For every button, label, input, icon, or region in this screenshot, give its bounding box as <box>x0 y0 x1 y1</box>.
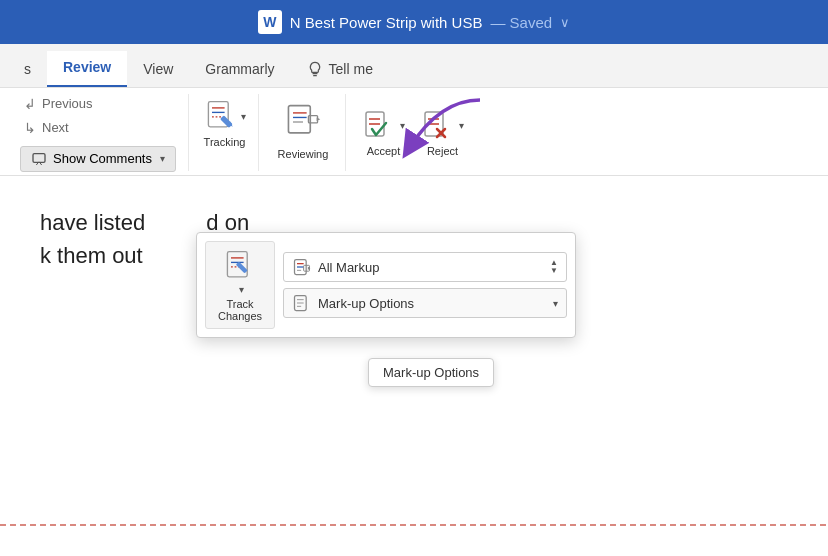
reviewing-group: Reviewing <box>261 94 346 171</box>
track-changes-label: Track Changes <box>218 298 262 322</box>
next-button[interactable]: ↳ Next <box>20 118 176 138</box>
show-comments-dropdown-arrow[interactable]: ▾ <box>160 153 165 164</box>
save-status: — Saved <box>490 14 552 31</box>
tab-tell-me[interactable]: Tell me <box>291 53 389 87</box>
reject-button[interactable]: ▾ Reject <box>415 105 470 161</box>
next-icon: ↳ <box>24 120 36 136</box>
reject-icon <box>421 109 455 143</box>
tab-review[interactable]: Review <box>47 51 127 87</box>
tab-s[interactable]: s <box>8 53 47 87</box>
previous-button[interactable]: ↲ Previous <box>20 94 176 114</box>
lightbulb-icon <box>307 61 323 77</box>
markup-options-select[interactable]: Mark-up Options ▾ <box>283 288 567 318</box>
ribbon-toolbar: ↲ Previous ↳ Next Show Comments ▾ <box>0 88 828 176</box>
dropdown-options: All Markup ▲ ▼ Mark-up Options ▾ <box>283 252 567 318</box>
tracking-dropdown-arrow[interactable]: ▾ <box>241 111 246 122</box>
svg-rect-5 <box>220 115 233 128</box>
all-markup-arrows: ▲ ▼ <box>550 259 558 275</box>
word-app-icon: W <box>258 10 282 34</box>
comment-icon <box>31 151 47 167</box>
tracking-icon <box>203 98 239 134</box>
svg-rect-26 <box>236 261 248 273</box>
all-markup-text: All Markup <box>318 260 544 275</box>
title-bar: W N Best Power Strip with USB — Saved ∨ <box>0 0 828 44</box>
tracking-dropdown-panel: ▾ Track Changes All Markup ▲ <box>196 232 576 338</box>
reviewing-button[interactable] <box>273 98 333 146</box>
accept-icon <box>362 109 396 143</box>
markup-options-tooltip: Mark-up Options <box>368 358 494 387</box>
all-markup-select[interactable]: All Markup ▲ ▼ <box>283 252 567 282</box>
title-chevron-icon[interactable]: ∨ <box>560 15 570 30</box>
accept-dropdown-arrow[interactable]: ▾ <box>400 120 405 131</box>
reject-dropdown-arrow[interactable]: ▾ <box>459 120 464 131</box>
tracking-button[interactable]: ▾ <box>203 98 246 134</box>
reviewing-icon <box>283 102 323 142</box>
track-changes-dropdown-arrow[interactable]: ▾ <box>239 284 244 295</box>
red-dashed-line <box>0 524 828 526</box>
accept-button[interactable]: ▾ Accept <box>356 105 411 161</box>
comments-nav-group: ↲ Previous ↳ Next Show Comments ▾ <box>8 94 189 171</box>
markup-options-arrow[interactable]: ▾ <box>553 298 558 309</box>
svg-rect-0 <box>33 153 45 162</box>
svg-rect-7 <box>288 106 310 133</box>
tracking-group: ▾ Tracking <box>191 94 259 171</box>
tab-grammarly[interactable]: Grammarly <box>189 53 290 87</box>
show-comments-button[interactable]: Show Comments ▾ <box>20 146 176 172</box>
document-title: N Best Power Strip with USB <box>290 14 483 31</box>
ribbon-tabs: s Review View Grammarly Tell me <box>0 44 828 88</box>
track-changes-icon <box>222 248 258 284</box>
svg-marker-12 <box>317 117 321 121</box>
previous-icon: ↲ <box>24 96 36 112</box>
tab-view[interactable]: View <box>127 53 189 87</box>
accept-reject-group: ▾ Accept ▾ Reject <box>348 94 478 171</box>
all-markup-icon <box>292 257 312 277</box>
markup-options-text: Mark-up Options <box>318 296 545 311</box>
markup-options-icon <box>292 293 312 313</box>
track-changes-big-button[interactable]: ▾ Track Changes <box>205 241 275 329</box>
